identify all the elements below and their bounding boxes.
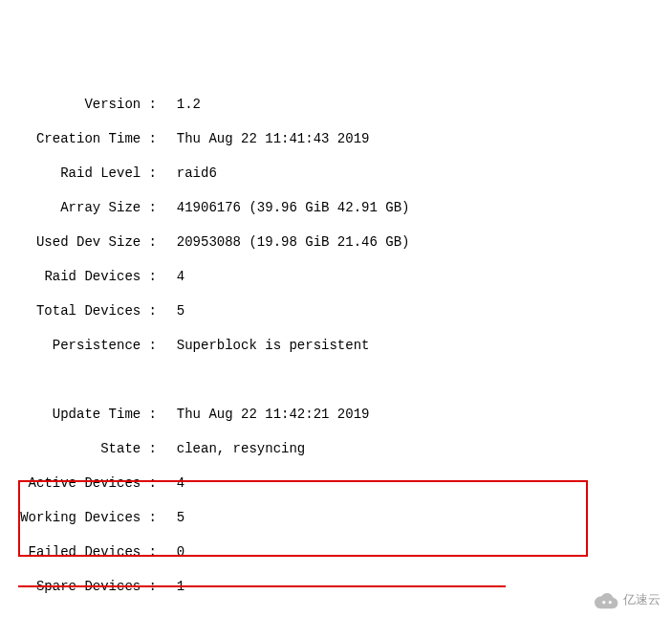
label-update-time: Update Time : — [0, 406, 161, 423]
value-raid-devices: 4 — [177, 268, 184, 285]
label-total-devices: Total Devices : — [0, 302, 161, 320]
value-used-dev-size: 20953088 (19.98 GiB 21.46 GB) — [177, 233, 410, 251]
value-version: 1.2 — [177, 96, 201, 113]
label-state: State : — [0, 440, 161, 457]
value-total-devices: 5 — [177, 302, 184, 320]
label-array-size: Array Size : — [0, 199, 161, 216]
value-persistence: Superblock is persistent — [177, 337, 370, 354]
label-creation-time: Creation Time : — [0, 130, 161, 147]
highlight-box — [18, 480, 588, 557]
value-array-size: 41906176 (39.96 GiB 42.91 GB) — [177, 199, 410, 216]
highlight-underline — [18, 585, 506, 587]
label-used-dev-size: Used Dev Size : — [0, 233, 161, 251]
value-creation-time: Thu Aug 22 11:41:43 2019 — [177, 130, 370, 147]
label-raid-devices: Raid Devices : — [0, 268, 161, 285]
value-state: clean, resyncing — [177, 440, 305, 457]
label-raid-level: Raid Level : — [0, 165, 161, 182]
watermark: 亿速云 — [595, 592, 661, 609]
cloud-icon — [595, 592, 619, 609]
label-persistence: Persistence : — [0, 337, 161, 354]
value-update-time: Thu Aug 22 11:42:21 2019 — [177, 406, 370, 423]
value-raid-level: raid6 — [177, 165, 217, 182]
watermark-text: 亿速云 — [623, 592, 661, 609]
label-version: Version : — [0, 96, 161, 113]
